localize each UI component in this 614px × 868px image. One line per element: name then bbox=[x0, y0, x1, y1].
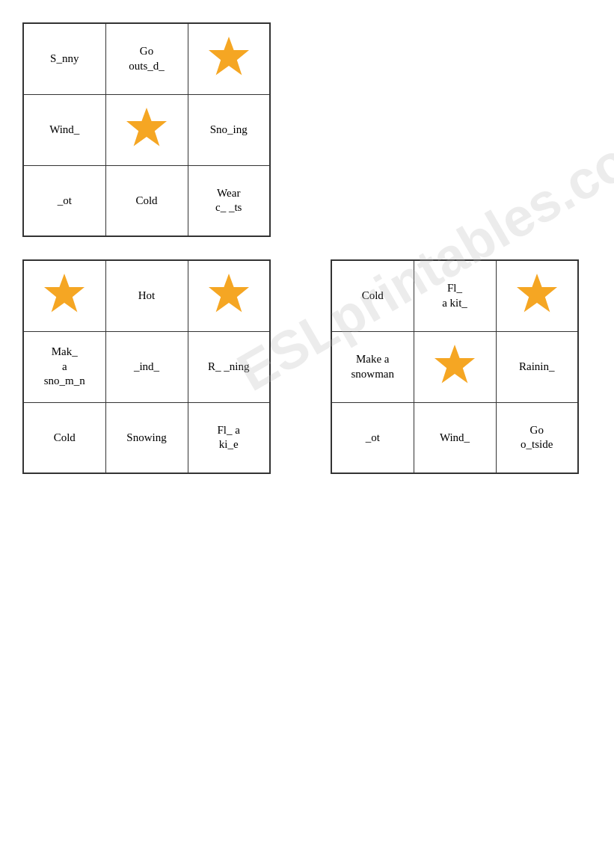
cell-2-2: _ind_ bbox=[105, 331, 188, 402]
cell-1-1-star bbox=[23, 260, 105, 331]
bingo-card-1: S_nny Goouts_d_ Wind_ Sno_ing _ot bbox=[22, 22, 271, 237]
cell-1-2: Fl_a kit_ bbox=[414, 260, 496, 331]
cell-3-3: Fl_ aki_e bbox=[188, 402, 270, 473]
svg-marker-2 bbox=[44, 274, 85, 313]
cell-2-1: Make asnowman bbox=[331, 331, 414, 402]
table-row: Make asnowman Rainin_ bbox=[331, 331, 578, 402]
page: ESLprintables.com S_nny Goouts_d_ Wind_ bbox=[0, 0, 614, 496]
cell-2-3: Sno_ing bbox=[188, 94, 270, 165]
table-row: S_nny Goouts_d_ bbox=[23, 23, 270, 94]
cell-3-2: Wind_ bbox=[414, 402, 496, 473]
cell-3-1: Cold bbox=[23, 402, 105, 473]
cell-1-2: Hot bbox=[105, 260, 188, 331]
svg-marker-1 bbox=[126, 108, 167, 147]
cell-3-1: _ot bbox=[23, 165, 105, 236]
cell-2-1: Mak_asno_m_n bbox=[23, 331, 105, 402]
table-row: Hot bbox=[23, 260, 270, 331]
bingo-card-3: Cold Fl_a kit_ Make asnowman Rainin_ bbox=[331, 259, 579, 474]
star-icon bbox=[432, 342, 477, 387]
table-row: _ot Wind_ Goo_tside bbox=[331, 402, 578, 473]
cell-3-1: _ot bbox=[331, 402, 414, 473]
table-row: _ot Cold Wearc_ _ts bbox=[23, 165, 270, 236]
star-icon bbox=[206, 34, 251, 79]
cell-3-3: Wearc_ _ts bbox=[188, 165, 270, 236]
top-row: S_nny Goouts_d_ Wind_ Sno_ing _ot bbox=[22, 22, 592, 237]
cell-2-3: Rainin_ bbox=[496, 331, 578, 402]
star-icon bbox=[42, 271, 87, 316]
cell-1-1: S_nny bbox=[23, 23, 105, 94]
cell-2-2-star bbox=[414, 331, 496, 402]
cell-1-3-star bbox=[188, 260, 270, 331]
cell-1-3-star bbox=[188, 23, 270, 94]
cell-3-2: Cold bbox=[105, 165, 188, 236]
table-row: Wind_ Sno_ing bbox=[23, 94, 270, 165]
cell-1-3-star bbox=[496, 260, 578, 331]
bottom-row: Hot Mak_asno_m_n _ind_ R_ _ning Cold Sno… bbox=[22, 259, 592, 474]
table-row: Cold Fl_a kit_ bbox=[331, 260, 578, 331]
svg-marker-4 bbox=[517, 274, 557, 313]
cell-3-3: Goo_tside bbox=[496, 402, 578, 473]
cell-3-2: Snowing bbox=[105, 402, 188, 473]
table-row: Cold Snowing Fl_ aki_e bbox=[23, 402, 270, 473]
table-row: Mak_asno_m_n _ind_ R_ _ning bbox=[23, 331, 270, 402]
cell-2-1: Wind_ bbox=[23, 94, 105, 165]
cell-1-1: Cold bbox=[331, 260, 414, 331]
cell-2-2-star bbox=[105, 94, 188, 165]
cell-1-2: Goouts_d_ bbox=[105, 23, 188, 94]
star-icon bbox=[206, 271, 251, 316]
svg-marker-3 bbox=[209, 274, 249, 313]
star-icon bbox=[515, 271, 559, 316]
svg-marker-0 bbox=[209, 37, 249, 76]
cell-2-3: R_ _ning bbox=[188, 331, 270, 402]
star-icon bbox=[124, 105, 169, 150]
bingo-card-2: Hot Mak_asno_m_n _ind_ R_ _ning Cold Sno… bbox=[22, 259, 271, 474]
svg-marker-5 bbox=[435, 345, 475, 384]
